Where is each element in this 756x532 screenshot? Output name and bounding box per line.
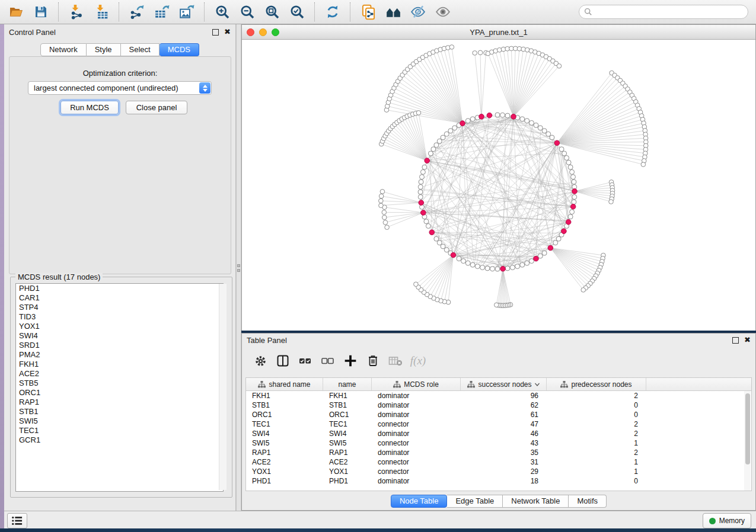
close-table-panel-icon[interactable]: ✖ — [744, 337, 751, 343]
mcds-result-item[interactable]: PHD1 — [16, 284, 223, 293]
open-file-icon[interactable] — [5, 2, 27, 21]
close-panel-icon[interactable]: ✖ — [224, 29, 231, 35]
mcds-result-item[interactable]: STB5 — [16, 379, 223, 388]
table-row[interactable]: ORC1ORC1dominator610 — [246, 410, 751, 419]
save-session-icon[interactable] — [30, 2, 52, 21]
optimization-criterion-select[interactable]: largest connected component (undirected) — [28, 81, 212, 95]
column-header-MCDS-role[interactable]: MCDS role — [372, 378, 461, 390]
zoom-out-icon[interactable] — [237, 2, 258, 21]
table-cell: dominator — [372, 392, 461, 400]
table-row[interactable]: PHD1PHD1dominator180 — [246, 476, 751, 486]
zoom-in-icon[interactable] — [212, 2, 233, 21]
toolbar-separator — [350, 2, 351, 21]
show-columns-icon[interactable] — [273, 352, 293, 370]
toolbar-separator — [204, 2, 205, 21]
delete-column-icon[interactable] — [363, 352, 383, 370]
table-settings-gear-icon[interactable] — [250, 352, 270, 370]
run-mcds-button[interactable]: Run MCDS — [60, 101, 119, 114]
network-frame-titlebar[interactable]: YPA_prune.txt_1 — [242, 25, 755, 40]
table-scrollbar-thumb[interactable] — [745, 393, 750, 464]
table-cell: dominator — [372, 411, 461, 419]
control-panel-title: Control Panel — [9, 28, 56, 37]
search-input[interactable] — [592, 7, 737, 17]
mcds-result-item[interactable]: FKH1 — [16, 360, 223, 369]
mcds-result-item[interactable]: SRD1 — [16, 341, 223, 350]
mcds-result-item[interactable]: TID3 — [16, 312, 223, 322]
column-header-shared-name[interactable]: shared name — [246, 378, 323, 390]
table-row[interactable]: RAP1RAP1dominator352 — [246, 448, 751, 457]
mcds-result-item[interactable]: RAP1 — [16, 398, 223, 407]
mcds-list-scrollbar[interactable] — [219, 284, 227, 490]
import-table-icon[interactable] — [91, 2, 112, 21]
float-table-panel-icon[interactable] — [732, 337, 739, 344]
vertical-splitter[interactable] — [236, 24, 241, 511]
import-network-icon[interactable] — [66, 2, 87, 21]
tab-network-table[interactable]: Network Table — [503, 495, 569, 508]
table-cell: PHD1 — [246, 477, 323, 485]
tab-edge-table[interactable]: Edge Table — [447, 495, 503, 508]
export-table-icon[interactable] — [151, 2, 173, 21]
table-cell: ORC1 — [323, 411, 372, 419]
network-canvas[interactable] — [242, 40, 755, 331]
mcds-result-item[interactable]: CAR1 — [16, 293, 223, 303]
table-cell: 18 — [461, 477, 547, 485]
tab-select[interactable]: Select — [121, 43, 160, 56]
mcds-result-item[interactable]: ORC1 — [16, 388, 223, 398]
task-history-button[interactable] — [7, 513, 27, 528]
first-neighbors-icon[interactable] — [382, 2, 404, 21]
export-image-icon[interactable] — [176, 2, 197, 21]
column-label: name — [338, 380, 356, 389]
tab-network[interactable]: Network — [40, 43, 87, 56]
mcds-result-item[interactable]: PMA2 — [16, 350, 223, 360]
network-view-frame: YPA_prune.txt_1 — [241, 24, 756, 331]
mcds-result-item[interactable]: TEC1 — [16, 426, 223, 435]
table-row[interactable]: YOX1YOX1connector291 — [246, 467, 751, 476]
mcds-result-item[interactable]: YOX1 — [16, 322, 223, 331]
table-row[interactable]: TEC1TEC1connector472 — [246, 419, 751, 429]
table-row[interactable]: SWI5SWI5connector431 — [246, 438, 751, 448]
clone-network-icon[interactable] — [358, 2, 379, 21]
zoom-fit-icon[interactable] — [261, 2, 283, 21]
memory-button[interactable]: Memory — [703, 513, 751, 528]
table-cell: YOX1 — [323, 467, 372, 476]
table-cell: 61 — [461, 411, 547, 419]
table-cell: SWI4 — [323, 430, 372, 438]
table-cell: STB1 — [246, 401, 323, 409]
tab-motifs[interactable]: Motifs — [569, 495, 607, 508]
export-network-icon[interactable] — [126, 2, 148, 21]
hide-selected-icon[interactable] — [407, 2, 429, 21]
deselect-all-icon[interactable] — [318, 352, 338, 370]
select-stepper-icon — [199, 82, 210, 94]
column-header-name[interactable]: name — [323, 378, 372, 390]
search-box[interactable] — [579, 5, 748, 19]
table-row[interactable]: FKH1FKH1dominator962 — [246, 391, 751, 400]
tab-style[interactable]: Style — [87, 43, 121, 56]
column-header-successor-nodes[interactable]: successor nodes — [461, 378, 547, 390]
mcds-result-item[interactable]: ACE2 — [16, 369, 223, 379]
show-all-icon[interactable] — [432, 2, 454, 21]
select-all-icon[interactable] — [295, 352, 315, 370]
table-row[interactable]: ACE2ACE2connector311 — [246, 457, 751, 467]
network-graph[interactable] — [242, 40, 755, 331]
delete-table-icon-disabled — [385, 352, 406, 370]
mcds-result-item[interactable]: GCR1 — [16, 435, 223, 445]
mcds-result-item[interactable]: STP4 — [16, 303, 223, 312]
mcds-result-list[interactable]: PHD1CAR1STP4TID3YOX1SWI4SRD1PMA2FKH1ACE2… — [15, 283, 224, 492]
tab-node-table[interactable]: Node Table — [391, 495, 448, 508]
zoom-selected-icon[interactable] — [286, 2, 308, 21]
table-cell: ACE2 — [323, 458, 372, 466]
table-row[interactable]: SWI4SWI4dominator462 — [246, 429, 751, 438]
add-column-icon[interactable] — [340, 352, 361, 370]
close-panel-button[interactable]: Close panel — [126, 101, 187, 114]
column-header-predecessor-nodes[interactable]: predecessor nodes — [547, 378, 646, 390]
refresh-icon[interactable] — [322, 2, 343, 21]
table-scrollbar[interactable] — [744, 391, 751, 491]
mcds-result-item[interactable]: STB1 — [16, 407, 223, 416]
status-bar: Memory — [4, 511, 756, 528]
table-panel-title: Table Panel — [247, 336, 287, 345]
tab-mcds[interactable]: MCDS — [160, 43, 199, 56]
float-panel-icon[interactable] — [212, 29, 219, 36]
mcds-result-item[interactable]: SWI5 — [16, 416, 223, 426]
mcds-result-item[interactable]: SWI4 — [16, 331, 223, 341]
table-row[interactable]: STB1STB1dominator620 — [246, 400, 751, 410]
